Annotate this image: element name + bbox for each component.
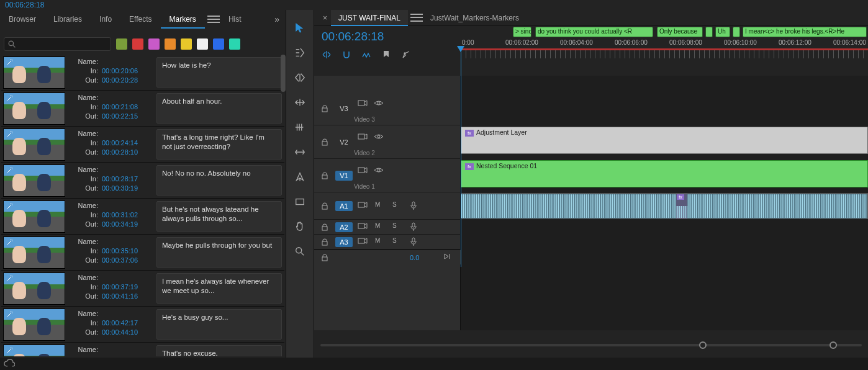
panel-overflow-icon[interactable]: » xyxy=(268,14,286,24)
timeline-ruler[interactable]: > sincedo you think you could actually <… xyxy=(461,26,868,76)
timeline-timecode[interactable]: 00:06:28:18 xyxy=(322,30,384,43)
color-swatch[interactable] xyxy=(197,38,208,50)
out-timecode[interactable]: 00:00:20:28 xyxy=(102,76,138,84)
marker-row[interactable]: Name:In:00:00:21:08Out:00:00:22:15About … xyxy=(1,91,284,127)
hand-tool-icon[interactable] xyxy=(292,220,307,233)
marker-row[interactable]: Name:In:00:00:31:02Out:00:00:34:19But he… xyxy=(1,199,284,235)
eye-icon[interactable] xyxy=(374,133,384,143)
track-label[interactable]: A2 xyxy=(335,222,353,232)
clip-adjustment-layer[interactable]: fxAdjustment Layer xyxy=(461,127,868,154)
tab-libraries[interactable]: Libraries xyxy=(45,10,91,29)
marker-comment[interactable]: How late is he? xyxy=(156,57,282,88)
marker-row[interactable]: Name:In:00:00:28:17Out:00:00:30:19No! No… xyxy=(1,163,284,199)
in-timecode[interactable]: 00:00:42:17 xyxy=(102,319,138,327)
add-marker-icon[interactable] xyxy=(381,50,392,61)
timeline-tab-menu-icon[interactable] xyxy=(410,13,423,23)
marker-comment[interactable]: About half an hour. xyxy=(156,93,282,124)
marker-list[interactable]: Name:In:00:00:20:06Out:00:00:20:28How la… xyxy=(1,55,284,356)
out-timecode[interactable]: 00:00:44:10 xyxy=(102,328,138,336)
out-timecode[interactable]: 00:00:34:19 xyxy=(102,220,138,228)
tab-hist[interactable]: Hist xyxy=(220,10,250,29)
track-header-a3[interactable]: A3 M S xyxy=(314,235,460,250)
color-swatch[interactable] xyxy=(181,38,192,50)
clip-nested-sequence[interactable]: fxNested Sequence 01 xyxy=(461,160,868,187)
timeline-zoom-scrollbar[interactable] xyxy=(320,341,862,349)
in-timecode[interactable]: 00:00:28:17 xyxy=(102,175,138,183)
pen-tool-icon[interactable] xyxy=(292,170,307,184)
mute-button[interactable]: M xyxy=(375,222,385,232)
in-timecode[interactable]: 00:00:20:06 xyxy=(102,67,138,74)
lock-icon[interactable] xyxy=(314,223,335,231)
track-label[interactable]: V2 xyxy=(335,138,353,146)
track-header-v2[interactable]: V2 Video 2 xyxy=(314,125,460,159)
tab-sequence-secondary[interactable]: JustWait_Markers-Markers xyxy=(423,10,527,26)
audio-cut-segment[interactable]: fx xyxy=(676,194,687,219)
toggle-output-icon[interactable] xyxy=(358,99,368,109)
out-timecode[interactable]: 00:00:41:16 xyxy=(102,292,138,300)
marker-thumbnail[interactable] xyxy=(3,345,65,356)
in-timecode[interactable]: 00:00:35:10 xyxy=(102,247,138,255)
ruler-marker[interactable] xyxy=(705,27,713,37)
track-header-v1[interactable]: V1 Video 1 xyxy=(314,159,460,192)
marker-scrollbar[interactable] xyxy=(281,55,286,92)
color-swatch[interactable] xyxy=(213,38,224,50)
track-select-forward-icon[interactable] xyxy=(292,46,307,60)
ruler-marker[interactable]: I mean<c> he broke his legs.<R>He xyxy=(743,27,867,37)
track-label[interactable]: V1 xyxy=(335,171,353,181)
razor-tool-icon[interactable] xyxy=(292,120,307,134)
tab-browser[interactable]: Browser xyxy=(0,10,45,29)
lock-icon[interactable] xyxy=(314,172,335,179)
track-label[interactable]: A1 xyxy=(335,201,353,211)
panel-menu-icon[interactable] xyxy=(207,14,220,24)
track-header-a1[interactable]: A1 M S xyxy=(314,192,460,220)
marker-comment[interactable]: That's a long time right? Like I'm not j… xyxy=(156,129,282,160)
marker-row[interactable]: Name:In:00:00:35:10Out:00:00:37:06Maybe … xyxy=(1,235,284,271)
lock-icon[interactable] xyxy=(314,254,335,261)
marker-comment[interactable]: Maybe he pulls through for you but xyxy=(156,237,282,268)
voiceover-icon[interactable] xyxy=(410,222,420,232)
marker-comment[interactable]: That's no excuse. xyxy=(156,345,282,356)
timeline-settings-icon[interactable] xyxy=(401,50,412,61)
marker-thumbnail[interactable] xyxy=(3,237,65,269)
marker-thumbnail[interactable] xyxy=(3,92,65,125)
lock-icon[interactable] xyxy=(314,238,335,246)
out-timecode[interactable]: 00:00:37:06 xyxy=(102,256,138,264)
color-swatch[interactable] xyxy=(229,38,240,50)
toggle-output-icon[interactable] xyxy=(358,133,368,143)
track-content-area[interactable]: fxAdjustment Layer fxNested Sequence 01 … xyxy=(461,76,868,330)
out-timecode[interactable]: 00:00:28:10 xyxy=(102,148,138,156)
eye-icon[interactable] xyxy=(374,166,384,176)
eye-icon[interactable] xyxy=(374,99,384,109)
toggle-output-icon[interactable] xyxy=(358,222,368,232)
color-swatch[interactable] xyxy=(116,38,127,50)
marker-thumbnail[interactable] xyxy=(3,273,65,305)
in-timecode[interactable]: 00:00:31:02 xyxy=(102,211,138,219)
toggle-output-icon[interactable] xyxy=(358,201,368,211)
snap-icon[interactable] xyxy=(341,50,353,61)
zoom-handle-right[interactable] xyxy=(830,341,837,349)
search-input[interactable] xyxy=(4,37,111,51)
insert-overwrite-icon[interactable] xyxy=(322,50,333,61)
ruler-marker[interactable]: Uh xyxy=(715,27,730,37)
ruler-marker[interactable]: Only because xyxy=(657,27,703,37)
marker-row[interactable]: Name:In:00:00:37:19Out:00:00:41:16I mean… xyxy=(1,271,284,307)
ruler-marker[interactable]: > since xyxy=(513,27,531,37)
marker-comment[interactable]: I mean he's always late whenever we meet… xyxy=(156,273,282,304)
slip-tool-icon[interactable] xyxy=(292,145,307,159)
marker-thumbnail[interactable] xyxy=(3,165,65,197)
ripple-edit-icon[interactable] xyxy=(292,71,307,84)
marker-thumbnail[interactable] xyxy=(3,309,65,341)
marker-comment[interactable]: But he's not always lateand he always pu… xyxy=(156,201,282,232)
marker-row[interactable]: Name:In:00:00:45:26Out:That's no excuse. xyxy=(1,343,284,356)
marker-thumbnail[interactable] xyxy=(3,56,65,89)
next-keyframe-icon[interactable] xyxy=(443,253,452,262)
selection-tool-icon[interactable] xyxy=(292,21,307,35)
out-timecode[interactable]: 00:00:30:19 xyxy=(102,184,138,192)
mute-button[interactable]: M xyxy=(375,201,385,211)
ruler-marker[interactable] xyxy=(733,27,740,37)
lock-icon[interactable] xyxy=(314,105,335,112)
mute-button[interactable]: M xyxy=(375,237,385,247)
color-swatch[interactable] xyxy=(148,38,160,50)
search-field[interactable] xyxy=(19,40,107,48)
solo-button[interactable]: S xyxy=(392,201,402,211)
